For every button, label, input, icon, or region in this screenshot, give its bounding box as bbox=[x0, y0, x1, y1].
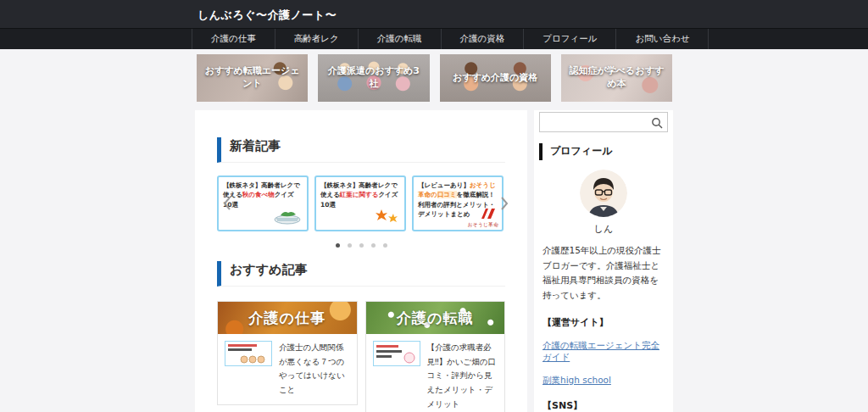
recommended-heading: おすすめ記事 bbox=[217, 261, 505, 287]
recommended-columns: 介護の仕事 介護士の人間関係が悪くなる７つのやってはいけないこと bbox=[217, 301, 505, 412]
header-bar: しんぶろぐ〜介護ノート〜 bbox=[0, 0, 868, 28]
article-item[interactable]: 【介護の求職者必見‼】かいご畑の口コミ・評判から見えたメリット・デメリット bbox=[366, 334, 505, 412]
profile-heading: プロフィール bbox=[539, 143, 668, 160]
card-text-highlight: 秋の食べ物 bbox=[242, 191, 275, 198]
card-text-highlight: 紅葉に関する bbox=[340, 191, 379, 198]
nav-item-rec[interactable]: 高齢者レク bbox=[275, 29, 358, 49]
sidebar: プロフィール しん 介護歴15年以上の現役介護士ブロガーです。介護福祉士と福祉用… bbox=[534, 110, 673, 412]
new-articles-carousel: 【鉄板ネタ】高齢者レクで使える秋の食べ物クイズ10選 【鉄板ネタ】高齢者レクで使… bbox=[217, 175, 505, 231]
carousel-dot[interactable] bbox=[348, 243, 352, 248]
new-articles-heading: 新着記事 bbox=[217, 137, 505, 163]
sns-heading: 【SNS】 bbox=[542, 399, 665, 412]
article-item[interactable]: 介護士の人間関係が悪くなる７つのやってはいけないこと bbox=[218, 334, 357, 404]
avatar bbox=[580, 170, 627, 217]
carousel-dot[interactable] bbox=[336, 243, 340, 248]
article-thumbnail bbox=[373, 341, 420, 366]
banner-label: おすすめ介護の資格 bbox=[453, 72, 537, 85]
site-title[interactable]: しんぶろぐ〜介護ノート〜 bbox=[198, 8, 337, 23]
recommended-column-jobs: 介護の仕事 介護士の人間関係が悪くなる７つのやってはいけないこと bbox=[217, 301, 358, 412]
search-input[interactable] bbox=[539, 112, 668, 132]
news-card-koyo-quiz[interactable]: 【鉄板ネタ】高齢者レクで使える紅葉に関するクイズ10選 bbox=[314, 175, 406, 231]
recommended-column-change: 介護の転職 【介護の求職者必見‼】かいご畑の口コミ・評判から見えたメリット・デメ… bbox=[365, 301, 506, 412]
carousel-dots bbox=[195, 243, 527, 248]
article-thumbnail bbox=[225, 341, 272, 366]
link-fukugyo-high-school[interactable]: 副業high school bbox=[542, 375, 665, 387]
autumn-food-image bbox=[272, 208, 303, 227]
banner-shikaku[interactable]: おすすめ介護の資格 bbox=[440, 54, 551, 102]
carousel-prev-icon[interactable] bbox=[222, 196, 232, 211]
carousel-dot[interactable] bbox=[383, 243, 387, 248]
article-title: 【介護の求職者必見‼】かいご畑の口コミ・評判から見えたメリット・デメリット bbox=[427, 341, 498, 411]
carousel-dot[interactable] bbox=[359, 243, 364, 248]
search-box bbox=[539, 112, 668, 132]
card-text: 【レビューあり】 bbox=[418, 181, 470, 189]
nav-item-tenshoku[interactable]: 介護の転職 bbox=[358, 29, 441, 49]
news-card-osoji-kakumei-review[interactable]: 【レビューあり】おそうじ革命の口コミを徹底解説！利用者の評判とメリット・デメリッ… bbox=[412, 175, 504, 231]
banner-haken-3sha[interactable]: 介護派遣のおすすめ3社 bbox=[318, 54, 429, 102]
main-nav: 介護の仕事 高齢者レク 介護の転職 介護の資格 プロフィール お問い合わせ bbox=[0, 28, 868, 49]
rec-card-change: 介護の転職 【介護の求職者必見‼】かいご畑の口コミ・評判から見えたメリット・デメ… bbox=[365, 301, 506, 412]
maple-leaves-image bbox=[373, 208, 400, 227]
carousel-next-icon[interactable] bbox=[499, 196, 509, 211]
category-header-change[interactable]: 介護の転職 bbox=[366, 302, 505, 334]
article-title: 介護士の人間関係が悪くなる７つのやってはいけないこと bbox=[279, 341, 350, 398]
banner-label: 介護派遣のおすすめ3社 bbox=[324, 65, 423, 91]
card-text-highlight: 口コミ bbox=[437, 191, 457, 198]
osoji-kakumei-logo-text: おそうじ革命 bbox=[467, 220, 498, 228]
nav-item-contact[interactable]: お問い合わせ bbox=[615, 29, 709, 49]
link-tenshoku-agent-guide[interactable]: 介護の転職エージェント完全ガイド bbox=[542, 340, 665, 364]
banner-label: おすすめ転職エージェント bbox=[203, 65, 302, 91]
banner-ninchisho-book[interactable]: 認知症が学べるおすすめ本 bbox=[561, 54, 672, 102]
rec-card-jobs: 介護の仕事 介護士の人間関係が悪くなる７つのやってはいけないこと bbox=[217, 301, 358, 405]
banner-label: 認知症が学べるおすすめ本 bbox=[567, 65, 666, 91]
search-icon[interactable] bbox=[651, 116, 663, 128]
main-content: 新着記事 【鉄板ネタ】高齢者レクで使える秋の食べ物クイズ10選 【鉄板ネタ】高齢… bbox=[195, 110, 527, 412]
nav-item-kaigo-work[interactable]: 介護の仕事 bbox=[192, 29, 275, 49]
category-header-jobs[interactable]: 介護の仕事 bbox=[218, 302, 357, 334]
banner-tenshoku-agent[interactable]: おすすめ転職エージェント bbox=[197, 54, 308, 102]
carousel-dot[interactable] bbox=[371, 243, 376, 248]
profile-bio: 介護歴15年以上の現役介護士ブロガーです。介護福祉士と福祉用具専門相談員の資格を… bbox=[542, 243, 665, 303]
nav-item-shikaku[interactable]: 介護の資格 bbox=[441, 29, 524, 49]
nav-item-profile[interactable]: プロフィール bbox=[523, 29, 615, 49]
profile-name: しん bbox=[539, 223, 668, 236]
operated-sites-heading: 【運営サイト】 bbox=[542, 316, 665, 329]
banner-row: おすすめ転職エージェント 介護派遣のおすすめ3社 おすすめ介護の資格 認知症が学… bbox=[197, 54, 672, 102]
